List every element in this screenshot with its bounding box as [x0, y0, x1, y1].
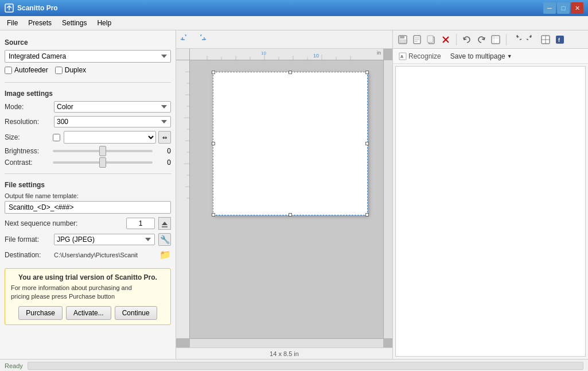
ocr-zoom-button[interactable]: [539, 33, 552, 46]
ocr-copy-button[interactable]: [425, 33, 438, 46]
rotate-ccw-icon: [512, 35, 521, 44]
handle-bl: [212, 213, 215, 217]
svg-rect-34: [427, 36, 433, 42]
scrollbar-vertical[interactable]: [383, 60, 392, 338]
continue-button[interactable]: Continue: [115, 306, 157, 320]
seq-increment-button[interactable]: [158, 217, 171, 230]
image-settings-label: Image settings: [5, 90, 171, 98]
resolution-row: Resolution: 300: [5, 116, 171, 127]
resolution-select[interactable]: 300: [54, 116, 171, 127]
divider-2: [5, 173, 171, 174]
contrast-value: 0: [155, 159, 171, 167]
folder-icon[interactable]: 📁: [159, 249, 171, 260]
ruler-top: in 10: [190, 49, 383, 60]
source-dropdown[interactable]: Integrated Camera: [5, 50, 171, 63]
ocr-pages-button[interactable]: [489, 33, 502, 46]
autofeeder-checkbox[interactable]: [5, 67, 12, 74]
template-input[interactable]: [5, 201, 171, 214]
left-panel: Source Integrated Camera Autofeeder Dupl…: [0, 30, 176, 359]
ocr-save-file-button[interactable]: [396, 33, 409, 46]
window-title: Scanitto Pro: [17, 4, 543, 12]
menu-settings[interactable]: Settings: [57, 17, 91, 29]
recognize-label: Recognize: [408, 52, 441, 60]
scan-forward-icon: [196, 34, 206, 45]
menu-help[interactable]: Help: [92, 17, 116, 29]
mode-label: Mode:: [5, 103, 50, 111]
seq-label: Next sequence number:: [5, 219, 123, 227]
ocr-delete-button[interactable]: [439, 33, 452, 46]
ruler-left: [176, 60, 190, 338]
ocr-sep-1: [456, 34, 457, 45]
svg-text:A: A: [400, 55, 403, 59]
menu-presets[interactable]: Presets: [24, 17, 56, 29]
scrollbar-horizontal[interactable]: [190, 338, 383, 347]
destination-row: Destination: C:\Users\andy\Pictures\Scan…: [5, 249, 171, 260]
ocr-undo-button[interactable]: [461, 33, 473, 46]
recognize-icon: A: [399, 52, 407, 60]
svg-rect-28: [400, 40, 406, 43]
autofeeder-label: Autofeeder: [14, 66, 48, 74]
ruler-ticks-svg: 10: [190, 49, 383, 60]
ocr-save-doc-button[interactable]: [411, 33, 423, 46]
source-label: Source: [5, 38, 171, 47]
save-multipage-dropdown-icon: ▼: [507, 53, 512, 59]
handle-tl: [212, 71, 215, 74]
svg-text:10: 10: [261, 51, 266, 56]
save-to-multipage-button[interactable]: Save to multipage ▼: [447, 51, 516, 61]
trial-message: For more information about purchasing an…: [11, 284, 165, 302]
scan-back-button[interactable]: [180, 33, 192, 46]
mode-select[interactable]: Color: [54, 101, 171, 113]
recognize-button[interactable]: A Recognize: [396, 51, 443, 61]
ocr-redo-button[interactable]: [475, 33, 488, 46]
size-options-button[interactable]: ⇔: [158, 131, 171, 144]
duplex-checkbox[interactable]: [55, 67, 63, 74]
destination-path: C:\Users\andy\Pictures\Scanit: [54, 252, 156, 258]
seq-input[interactable]: [126, 218, 155, 229]
close-button[interactable]: ✕: [571, 2, 583, 14]
size-select[interactable]: [64, 131, 156, 144]
preview-status: 14 x 8.5 in: [176, 347, 392, 359]
seq-row: Next sequence number:: [5, 217, 171, 230]
brightness-row: Brightness: 0: [5, 147, 171, 155]
purchase-button[interactable]: Purchase: [18, 306, 63, 320]
scan-forward-button[interactable]: [194, 33, 207, 46]
svg-rect-43: [556, 36, 564, 44]
ocr-rotate-ccw-button[interactable]: [511, 33, 523, 46]
handle-ml: [212, 142, 215, 145]
undo-icon: [462, 35, 472, 44]
maximize-button[interactable]: □: [557, 2, 570, 14]
scan-back-icon: [181, 34, 191, 45]
trial-box: You are using trial version of Scanitto …: [5, 268, 171, 325]
save-doc-icon: [412, 35, 422, 44]
autofeeder-checkbox-label[interactable]: Autofeeder: [5, 66, 48, 74]
delete-icon: [441, 35, 450, 44]
redo-icon: [477, 35, 486, 44]
format-select[interactable]: JPG (JPEG): [54, 234, 155, 245]
seq-icon: [161, 219, 169, 227]
destination-label: Destination:: [5, 251, 50, 259]
preview-area[interactable]: in 10: [176, 49, 392, 347]
contrast-slider[interactable]: [53, 161, 153, 164]
minimize-button[interactable]: ─: [543, 2, 556, 14]
size-row: Size: ⇔: [5, 131, 171, 144]
brightness-slider[interactable]: [53, 150, 153, 152]
format-settings-button[interactable]: 🔧: [158, 233, 171, 246]
size-label: Size:: [5, 133, 50, 141]
contrast-row: Contrast: 0: [5, 159, 171, 167]
ocr-sep-2: [506, 34, 507, 45]
duplex-label: Duplex: [65, 66, 86, 74]
handle-bm: [289, 213, 292, 217]
size-checkbox[interactable]: [53, 134, 60, 141]
duplex-checkbox-label[interactable]: Duplex: [55, 66, 86, 74]
source-options: Autofeeder Duplex: [5, 66, 171, 74]
svg-rect-27: [400, 36, 404, 38]
right-panel: f A Recognize Save to multipage ▼: [393, 30, 588, 359]
handle-br: [365, 213, 369, 217]
ocr-facebook-button[interactable]: f: [554, 33, 566, 46]
activate-button[interactable]: Activate...: [66, 306, 111, 320]
progress-bar: [28, 362, 583, 370]
menu-file[interactable]: File: [2, 17, 22, 29]
menu-bar: File Presets Settings Help: [0, 16, 588, 30]
ocr-rotate-cw-button[interactable]: [525, 33, 538, 46]
svg-rect-37: [492, 36, 500, 44]
